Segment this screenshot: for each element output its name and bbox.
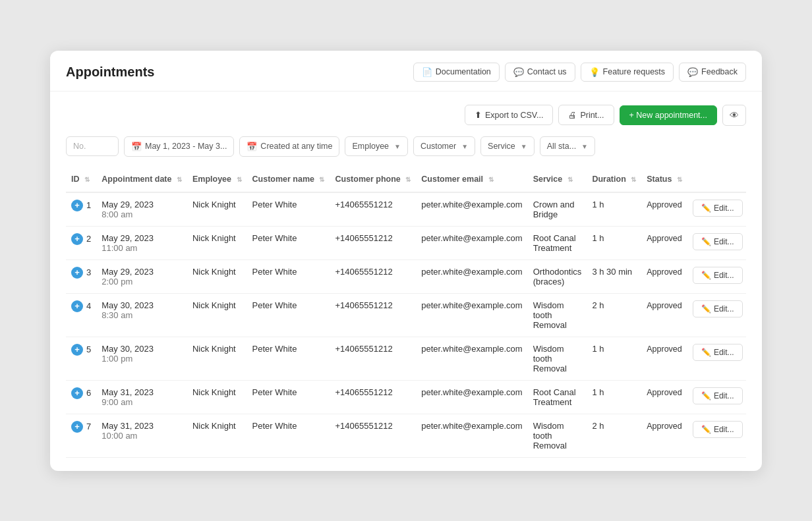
status-badge-2: Approved — [647, 234, 682, 243]
edit-button-4[interactable]: ✏️ Edit... — [693, 300, 743, 317]
table-row: + 3 May 29, 2023 2:00 pm Nick Knight Pet… — [66, 260, 746, 293]
export-icon: ⬆ — [475, 110, 482, 120]
sort-icon-date: ⇅ — [177, 176, 182, 183]
table-body: + 1 May 29, 2023 8:00 am Nick Knight Pet… — [66, 192, 746, 458]
expand-icon-6[interactable]: + — [71, 387, 83, 399]
table-row: + 7 May 31, 2023 10:00 am Nick Knight Pe… — [66, 414, 746, 457]
feature-requests-button[interactable]: 💡 Feature requests — [581, 63, 674, 82]
edit-icon-6: ✏️ — [701, 391, 711, 400]
cell-status-6: Approved — [641, 380, 687, 414]
edit-button-3[interactable]: ✏️ Edit... — [693, 267, 743, 284]
cell-id-4: + 4 — [66, 293, 96, 337]
cell-custname-2: Peter White — [247, 226, 330, 260]
chevron-down-icon-3: ▼ — [521, 143, 527, 150]
cell-employee-6: Nick Knight — [187, 380, 247, 414]
expand-icon-1[interactable]: + — [71, 200, 83, 211]
cell-actions-3: ✏️ Edit... — [687, 260, 746, 293]
cell-custemail-6: peter.white@example.com — [416, 380, 527, 414]
print-icon: 🖨 — [568, 110, 577, 120]
id-filter-input[interactable] — [66, 136, 119, 156]
edit-button-5[interactable]: ✏️ Edit... — [693, 344, 743, 361]
contact-us-button[interactable]: 💬 Contact us — [505, 63, 575, 82]
documentation-icon: 📄 — [422, 67, 432, 77]
print-button[interactable]: 🖨 Print... — [558, 105, 614, 125]
cell-custname-5: Peter White — [247, 337, 330, 380]
edit-button-6[interactable]: ✏️ Edit... — [693, 387, 743, 404]
created-at-filter[interactable]: 📅 Created at any time — [239, 136, 339, 157]
employee-filter[interactable]: Employee ▼ — [345, 136, 408, 156]
edit-icon-7: ✏️ — [701, 425, 711, 434]
cell-date-6: May 31, 2023 9:00 am — [96, 380, 187, 414]
cell-custname-6: Peter White — [247, 380, 330, 414]
table-row: + 1 May 29, 2023 8:00 am Nick Knight Pet… — [66, 192, 746, 227]
main-card: Appointments 📄 Documentation 💬 Contact u… — [50, 51, 762, 471]
edit-icon-1: ✏️ — [701, 204, 711, 213]
expand-icon-7[interactable]: + — [71, 421, 83, 433]
service-filter[interactable]: Service ▼ — [480, 136, 535, 156]
cell-status-5: Approved — [641, 337, 687, 380]
contact-icon: 💬 — [513, 67, 524, 77]
sort-icon-service: ⇅ — [567, 176, 573, 183]
expand-icon-4[interactable]: + — [71, 300, 83, 312]
new-appointment-button[interactable]: + New appointment... — [620, 105, 717, 125]
sort-icon-custemail: ⇅ — [488, 176, 494, 183]
appointments-table: ID ⇅ Appointment date ⇅ Employee ⇅ Cus — [66, 167, 746, 458]
cell-employee-5: Nick Knight — [187, 337, 247, 380]
toolbar: ⬆ Export to CSV... 🖨 Print... + New appo… — [66, 105, 746, 126]
sort-icon-duration: ⇅ — [631, 176, 636, 183]
page-title: Appointments — [66, 65, 154, 80]
cell-custemail-3: peter.white@example.com — [416, 260, 527, 293]
cell-duration-7: 2 h — [587, 414, 641, 457]
cell-actions-6: ✏️ Edit... — [687, 380, 746, 414]
cell-custphone-2: +14065551212 — [330, 226, 416, 260]
edit-button-1[interactable]: ✏️ Edit... — [693, 200, 743, 217]
cell-custname-3: Peter White — [247, 260, 330, 293]
cell-service-3: Orthodontics (braces) — [528, 260, 587, 293]
edit-button-7[interactable]: ✏️ Edit... — [693, 421, 743, 438]
cell-duration-1: 1 h — [587, 192, 641, 227]
cell-actions-1: ✏️ Edit... — [687, 192, 746, 227]
sort-icon-id: ⇅ — [84, 176, 90, 183]
status-filter[interactable]: All sta... ▼ — [540, 136, 595, 156]
expand-icon-5[interactable]: + — [71, 344, 83, 356]
documentation-button[interactable]: 📄 Documentation — [413, 63, 500, 82]
customer-filter[interactable]: Customer ▼ — [413, 136, 475, 156]
export-csv-button[interactable]: ⬆ Export to CSV... — [465, 105, 553, 125]
status-badge-7: Approved — [647, 422, 682, 431]
th-status[interactable]: Status ⇅ — [641, 167, 687, 192]
expand-icon-2[interactable]: + — [71, 233, 83, 245]
th-employee[interactable]: Employee ⇅ — [187, 167, 247, 192]
cell-service-5: Wisdom tooth Removal — [528, 337, 587, 380]
cell-date-1: May 29, 2023 8:00 am — [96, 192, 187, 227]
cell-status-1: Approved — [641, 192, 687, 227]
cell-employee-7: Nick Knight — [187, 414, 247, 457]
th-custname[interactable]: Customer name ⇅ — [247, 167, 330, 192]
cell-id-1: + 1 — [66, 192, 96, 227]
th-id[interactable]: ID ⇅ — [66, 167, 96, 192]
th-actions — [687, 167, 746, 192]
edit-icon-4: ✏️ — [701, 304, 711, 314]
edit-button-2[interactable]: ✏️ Edit... — [693, 233, 743, 250]
chevron-down-icon-2: ▼ — [461, 143, 468, 150]
edit-icon-2: ✏️ — [701, 237, 711, 246]
feedback-button[interactable]: 💬 Feedback — [679, 63, 746, 82]
th-custphone[interactable]: Customer phone ⇅ — [330, 167, 416, 192]
cell-date-3: May 29, 2023 2:00 pm — [96, 260, 187, 293]
cell-status-2: Approved — [641, 226, 687, 260]
feature-requests-icon: 💡 — [589, 67, 600, 77]
visibility-toggle-button[interactable]: 👁 — [722, 105, 746, 126]
th-duration[interactable]: Duration ⇅ — [587, 167, 641, 192]
th-date[interactable]: Appointment date ⇅ — [96, 167, 187, 192]
th-custemail[interactable]: Customer email ⇅ — [416, 167, 527, 192]
date-range-filter[interactable]: 📅 May 1, 2023 - May 3... — [124, 136, 234, 157]
cell-status-3: Approved — [641, 260, 687, 293]
cell-custphone-6: +14065551212 — [330, 380, 416, 414]
cell-service-2: Root Canal Treatment — [528, 226, 587, 260]
eye-icon: 👁 — [730, 110, 739, 121]
th-service[interactable]: Service ⇅ — [528, 167, 587, 192]
cell-date-5: May 30, 2023 1:00 pm — [96, 337, 187, 380]
cell-actions-4: ✏️ Edit... — [687, 293, 746, 337]
table-row: + 6 May 31, 2023 9:00 am Nick Knight Pet… — [66, 380, 746, 414]
edit-icon-3: ✏️ — [701, 271, 711, 280]
expand-icon-3[interactable]: + — [71, 267, 83, 279]
